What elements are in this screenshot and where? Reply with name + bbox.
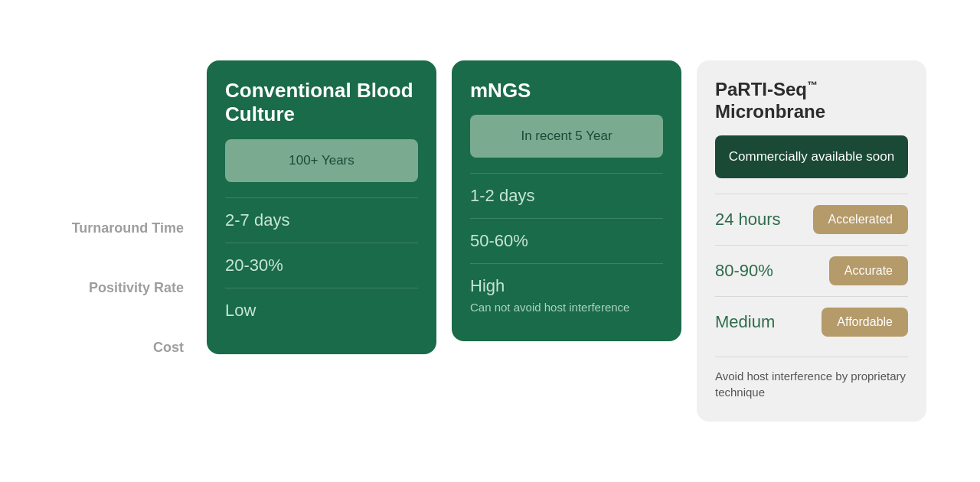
card3-positivity-badge: Accurate bbox=[829, 256, 908, 285]
card3-turnaround-row: 24 hours Accelerated bbox=[715, 194, 908, 245]
card3-cost-value: Medium bbox=[715, 312, 775, 332]
comparison-wrapper: Turnaround Time Positivity Rate Cost Con… bbox=[0, 30, 980, 452]
turnaround-label: Turnaround Time bbox=[72, 220, 184, 236]
labels-column: Turnaround Time Positivity Rate Cost bbox=[46, 60, 199, 377]
card-parti: PaRTI-Seq™ Micronbrane Commercially avai… bbox=[697, 60, 926, 422]
card-mngs: mNGS In recent 5 Year 1-2 days 50-60% Hi… bbox=[452, 60, 681, 341]
card3-turnaround-badge: Accelerated bbox=[813, 205, 909, 234]
turnaround-label-cell: Turnaround Time bbox=[46, 198, 199, 258]
card1-positivity: 20-30% bbox=[225, 243, 418, 288]
card3-cost-badge: Affordable bbox=[822, 308, 908, 337]
card3-bottom-note: Avoid host interference by proprietary t… bbox=[715, 357, 908, 400]
cost-label: Cost bbox=[153, 340, 184, 356]
positivity-label-cell: Positivity Rate bbox=[46, 258, 199, 318]
card2-title: mNGS bbox=[470, 79, 663, 103]
card2-positivity: 50-60% bbox=[470, 218, 663, 263]
card2-cost: High bbox=[470, 276, 663, 296]
card2-cost-section: High Can not avoid host interference bbox=[470, 263, 663, 320]
card3-badge: Commercially available soon bbox=[715, 135, 908, 178]
card1-badge: 100+ Years bbox=[225, 139, 418, 182]
card1-turnaround: 2-7 days bbox=[225, 197, 418, 243]
card2-turnaround: 1-2 days bbox=[470, 173, 663, 218]
card3-cost-row: Medium Affordable bbox=[715, 296, 908, 347]
card-conventional: Conventional Blood Culture 100+ Years 2-… bbox=[207, 60, 436, 353]
card3-positivity-row: 80-90% Accurate bbox=[715, 245, 908, 296]
card1-cost: Low bbox=[225, 288, 418, 333]
card3-positivity-value: 80-90% bbox=[715, 261, 773, 281]
card3-title: PaRTI-Seq™ Micronbrane bbox=[715, 79, 908, 123]
card2-cost-note: Can not avoid host interference bbox=[470, 299, 663, 315]
card1-title: Conventional Blood Culture bbox=[225, 79, 418, 126]
card2-badge: In recent 5 Year bbox=[470, 115, 663, 158]
card3-turnaround-value: 24 hours bbox=[715, 210, 781, 230]
positivity-label: Positivity Rate bbox=[89, 280, 184, 296]
cost-label-cell: Cost bbox=[46, 318, 199, 377]
